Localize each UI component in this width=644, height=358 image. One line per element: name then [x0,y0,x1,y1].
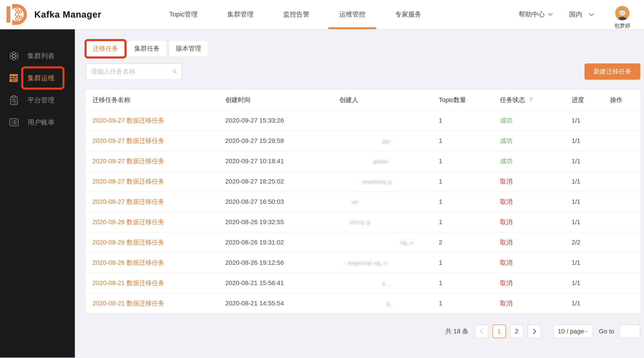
table-row: 2020-09-27 数据迁移任务 2020-09-27 15:28:58 gq… [86,131,640,151]
toolbar: 新建迁移任务 [86,63,640,80]
chevron-down-icon [548,13,553,16]
topic-count: 1 [439,137,500,144]
topic-count: 1 [439,158,500,165]
task-name-link[interactable]: 2020-08-21 数据迁移任务 [92,300,164,307]
progress-value: 1/1 [572,117,610,124]
goto-page-input[interactable] [619,324,640,338]
table-header-row: 迁移任务名称 创建时间 创建人 Topic数量 任务状态 进度 操作 [86,90,640,110]
task-name-link[interactable]: 2020-09-27 数据迁移任务 [92,137,164,144]
filter-icon[interactable] [528,97,534,103]
status-badge: 取消 [500,198,512,205]
page-button-1[interactable]: 1 [492,324,506,338]
table-row: 2020-09-27 数据迁移任务 2020-09-27 10:18:41 gq… [86,151,640,171]
user-name: 包梦婷 [614,22,630,29]
region-label: 国内 [569,10,582,19]
nav-topic-management[interactable]: Topic管理 [154,0,213,29]
pagination: 共 18 条 1 2 10 / page Go to [86,324,640,338]
nav-cluster-management[interactable]: 集群管理 [212,0,268,29]
status-badge: 成功 [500,117,512,124]
migration-task-table: 迁移任务名称 创建时间 创建人 Topic数量 任务状态 进度 操作 2020-… [86,90,640,314]
main-content: 迁移任务 集群任务 版本管理 新建迁移任务 迁移任务名称 创建时间 创建人 To… [75,29,644,357]
billing-table-icon: $ [9,73,19,83]
nav-ops-control[interactable]: 运维管控 [324,0,380,29]
tab-bar: 迁移任务 集群任务 版本管理 [86,40,640,57]
tab-cluster-tasks[interactable]: 集群任务 [127,40,167,57]
topic-count: 1 [439,218,500,226]
created-time: 2020-08-21 15:56:41 [225,279,339,287]
creator-redacted: gq-- [382,138,394,144]
top-header: Kafka Manager Topic管理 集群管理 监控告警 运维管控 专家服… [0,0,644,29]
col-header-progress: 进度 [572,96,610,104]
creator-redacted: shirly g [350,219,370,225]
status-badge: 取消 [500,239,512,246]
tab-version-management[interactable]: 版本管理 [169,40,208,57]
status-badge: 取消 [500,300,512,307]
sidebar-item-cluster-ops[interactable]: $ 集群运维 [0,68,75,89]
table-row: 2020-08-26 数据迁移任务 2020-08-26 19:12:56 , … [86,252,640,273]
sidebar-item-cluster-list[interactable]: 集群列表 [0,46,75,66]
status-badge: 成功 [500,158,512,165]
created-time: 2020-08-27 16:50:03 [225,198,339,205]
help-center-label: 帮助中心 [519,10,545,19]
search-input[interactable] [91,68,172,75]
help-center-dropdown[interactable]: 帮助中心 [519,10,553,19]
created-time: 2020-09-27 15:33:26 [225,117,339,124]
sidebar-item-label: 用户账单 [28,118,54,127]
nav-monitoring-alerts[interactable]: 监控告警 [268,0,324,29]
avatar[interactable] [615,6,630,20]
task-name-link[interactable]: 2020-09-27 数据迁移任务 [92,117,164,124]
creator-redacted: , angming g [358,179,392,185]
task-name-link[interactable]: 2020-08-26 数据迁移任务 [92,218,164,225]
sidebar-item-platform-management[interactable]: 平台管理 [0,90,75,111]
col-header-created-time: 创建时间 [225,96,339,104]
prev-page-button[interactable] [475,324,488,338]
page-size-select[interactable]: 10 / page [553,324,593,338]
created-time: 2020-08-27 18:25:02 [225,178,339,185]
task-name-link[interactable]: 2020-08-26 数据迁移任务 [92,239,164,246]
sidebar-item-label: 集群运维 [28,74,54,83]
status-badge: 取消 [500,218,512,225]
task-name-link[interactable]: 2020-08-21 数据迁移任务 [92,279,164,286]
table-row: 2020-08-26 数据迁移任务 2020-08-26 19:32:55 sh… [86,212,640,232]
table-row: 2020-09-27 数据迁移任务 2020-09-27 15:33:26 1 … [86,110,640,131]
created-time: 2020-09-27 15:28:58 [225,137,339,144]
task-name-link[interactable]: 2020-09-27 数据迁移任务 [92,158,164,165]
hexagon-cluster-icon [9,51,19,61]
task-name-link[interactable]: 2020-08-27 数据迁移任务 [92,178,164,185]
created-time: 2020-08-26 19:31:02 [225,239,339,246]
nav-expert-services[interactable]: 专家服务 [380,0,436,29]
tab-migration-tasks[interactable]: 迁移任务 [86,40,125,57]
task-name-link[interactable]: 2020-08-26 数据迁移任务 [92,259,164,266]
table-row: 2020-08-26 数据迁移任务 2020-08-26 19:31:02 ng… [86,232,640,252]
progress-value: 1/1 [572,259,610,266]
topic-count: 2 [439,239,500,246]
col-header-task-name: 迁移任务名称 [86,96,225,104]
sidebar-item-label: 平台管理 [28,96,54,105]
task-name-link[interactable]: 2020-08-27 数据迁移任务 [92,198,164,205]
new-migration-task-button[interactable]: 新建迁移任务 [584,64,640,80]
topic-count: 1 [439,178,500,185]
page-button-2[interactable]: 2 [510,324,524,338]
list-icon [9,117,19,127]
task-search-box[interactable] [86,63,182,80]
progress-value: 1/1 [572,300,610,307]
user-block[interactable]: 包梦婷 [614,6,630,29]
app-title: Kafka Manager [34,10,102,20]
topic-count: 1 [439,300,500,307]
header-right: 帮助中心 国内 [519,3,630,26]
status-badge: 成功 [500,137,512,144]
progress-value: 1/1 [572,137,610,144]
status-badge: 取消 [500,178,512,185]
progress-value: 1/1 [572,218,610,226]
page-size-value: 10 / page [558,328,584,335]
svg-text:$: $ [15,79,17,82]
creator-redacted: gqiao [373,158,389,164]
table-row: 2020-08-27 数据迁移任务 2020-08-27 18:25:02 , … [86,171,640,191]
region-dropdown[interactable]: 国内 [569,10,594,19]
progress-value: 1/1 [572,178,610,185]
next-page-button[interactable] [528,324,541,338]
progress-value: 2/2 [572,239,610,246]
sidebar-item-user-billing[interactable]: 用户账单 [0,112,75,133]
table-row: 2020-08-21 数据迁移任务 2020-08-21 14:55:54 g_… [86,293,640,313]
chevron-left-icon [480,328,484,334]
